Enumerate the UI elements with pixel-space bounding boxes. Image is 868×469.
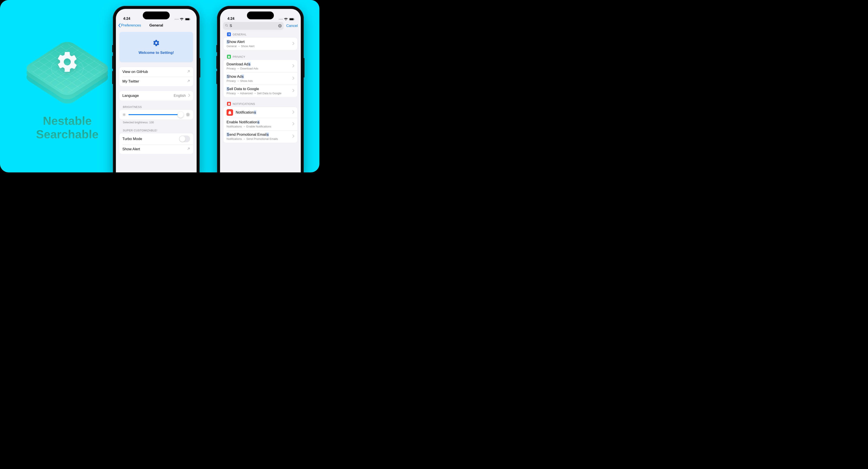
chevron-right-icon: [292, 77, 294, 81]
nav-bar: Preferences General: [116, 21, 196, 30]
chevron-right-icon: [292, 122, 294, 126]
status-time: 4:24: [227, 17, 235, 21]
wifi-icon: [284, 18, 288, 21]
result-enable-notifications[interactable]: Enable Notifications Notifications → Ena…: [223, 118, 297, 130]
tagline-2: Searchable: [36, 127, 98, 141]
gear-icon: [153, 39, 160, 48]
battery-icon: [289, 18, 295, 21]
result-path: Notifications → Enable Notifications: [226, 125, 290, 128]
gear-icon: [55, 50, 79, 75]
row-github[interactable]: View on GitHub: [119, 67, 193, 77]
result-title: Show Alert: [226, 40, 290, 44]
dynamic-island: [247, 11, 274, 19]
result-show-alert[interactable]: Show Alert General → Show Alert: [223, 37, 297, 50]
lock-icon: [227, 55, 231, 59]
hero-banner: Welcome to Setting!: [119, 32, 193, 62]
brightness-high-icon: [186, 113, 190, 117]
bell-icon: [226, 109, 233, 116]
result-title: Enable Notifications: [226, 120, 290, 124]
custom-header: SUPER CUSTOMIZABLE!: [119, 129, 193, 133]
brightness-slider[interactable]: [119, 110, 193, 119]
result-sell-data[interactable]: Sell Data to Google Privacy → Advanced →…: [223, 85, 297, 97]
result-title: Sell Data to Google: [226, 87, 290, 91]
search-icon: [225, 24, 228, 28]
row-twitter[interactable]: My Twitter: [119, 77, 193, 86]
chevron-right-icon: [188, 94, 190, 98]
app-icon-illustration: [35, 31, 100, 105]
result-notifications[interactable]: Notifications: [223, 107, 297, 118]
dynamic-island: [143, 11, 170, 19]
svg-rect-6: [290, 19, 293, 20]
result-promo-emails[interactable]: Send Promotional Emails Notifications → …: [223, 130, 297, 143]
chevron-right-icon: [292, 64, 294, 68]
svg-rect-2: [190, 19, 190, 20]
result-title: Send Promotional Emails: [226, 133, 290, 137]
external-link-icon: [187, 70, 190, 74]
result-title: Download Ads: [226, 62, 290, 66]
svg-rect-7: [294, 19, 294, 20]
status-time: 4:24: [123, 17, 130, 21]
phone-search: 4:24 Cancel GE: [217, 6, 304, 172]
bell-icon: [227, 102, 231, 106]
promo-panel: Nestable Searchable: [0, 31, 113, 141]
hero-text: Welcome to Setting!: [138, 51, 174, 55]
slider-thumb[interactable]: [178, 112, 184, 118]
row-show-alert[interactable]: Show Alert: [119, 144, 193, 154]
result-path: Privacy → Show Ads: [226, 79, 290, 83]
section-header-privacy: PRIVACY: [223, 55, 297, 60]
cellular-icon: [175, 19, 179, 20]
result-path: Privacy → Download Ads: [226, 67, 290, 70]
section-header-general: GENERAL: [223, 32, 297, 37]
chevron-right-icon: [292, 111, 294, 114]
language-value: English: [174, 94, 186, 98]
svg-point-3: [124, 114, 125, 115]
gear-icon: [227, 32, 231, 36]
brightness-low-icon: [122, 113, 126, 116]
section-header-notifications: NOTIFICATIONS: [223, 102, 297, 107]
svg-rect-1: [186, 19, 189, 20]
back-label: Preferences: [121, 23, 141, 28]
back-button[interactable]: Preferences: [118, 23, 141, 28]
search-field[interactable]: [223, 22, 284, 30]
external-link-icon: [187, 147, 190, 151]
tagline-1: Nestable: [36, 114, 98, 127]
svg-point-4: [187, 114, 189, 116]
result-title: Notifications: [236, 110, 290, 115]
search-input[interactable]: [229, 24, 277, 28]
chevron-right-icon: [292, 135, 294, 139]
result-title: Show Ads: [226, 75, 290, 79]
clear-button[interactable]: [278, 24, 282, 28]
chevron-right-icon: [292, 42, 294, 46]
cancel-button[interactable]: Cancel: [286, 24, 298, 28]
result-show-ads[interactable]: Show Ads Privacy → Show Ads: [223, 72, 297, 85]
chevron-right-icon: [292, 89, 294, 93]
cellular-icon: [279, 19, 283, 20]
brightness-footer: Selected brightness: 100: [119, 119, 193, 124]
result-path: General → Show Alert: [226, 45, 290, 48]
result-path: Notifications → Send Promotional Emails: [226, 137, 290, 141]
row-turbo[interactable]: Turbo Mode: [119, 133, 193, 144]
row-language[interactable]: Language English: [119, 91, 193, 100]
wifi-icon: [180, 18, 184, 21]
turbo-switch[interactable]: [179, 136, 190, 142]
result-path: Privacy → Advanced → Sell Data to Google: [226, 92, 290, 95]
result-download-ads[interactable]: Download Ads Privacy → Download Ads: [223, 60, 297, 72]
external-link-icon: [187, 80, 190, 83]
phone-general: 4:24 Preferences General Welcome to Sett…: [113, 6, 199, 172]
brightness-header: BRIGHTNESS: [119, 105, 193, 110]
battery-icon: [185, 18, 190, 21]
